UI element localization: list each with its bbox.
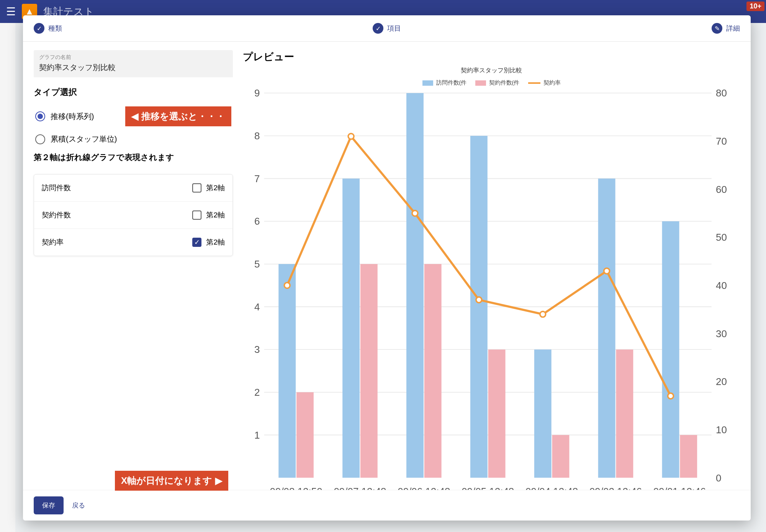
svg-text:09/04 12:48: 09/04 12:48 bbox=[525, 486, 578, 490]
graph-name-field[interactable]: グラフの名前 契約率スタッフ別比較 bbox=[34, 50, 233, 77]
svg-text:1: 1 bbox=[254, 429, 260, 441]
check-icon: ✓ bbox=[34, 23, 44, 34]
radio-label: 推移(時系列) bbox=[51, 111, 94, 122]
svg-text:10: 10 bbox=[716, 424, 727, 436]
sidebar-stub bbox=[0, 23, 15, 532]
legend-label: 契約率 bbox=[543, 79, 561, 86]
wizard-step-label: 種類 bbox=[48, 24, 62, 33]
radio-icon bbox=[35, 111, 45, 121]
svg-text:09/07 12:48: 09/07 12:48 bbox=[334, 486, 386, 490]
svg-text:09/06 12:48: 09/06 12:48 bbox=[398, 486, 450, 490]
svg-text:5: 5 bbox=[254, 258, 260, 270]
svg-text:60: 60 bbox=[716, 184, 727, 195]
svg-rect-27 bbox=[278, 264, 296, 478]
svg-text:0: 0 bbox=[716, 472, 721, 483]
svg-text:8: 8 bbox=[254, 130, 260, 142]
checkbox-icon: ✓ bbox=[192, 238, 201, 247]
svg-text:70: 70 bbox=[716, 135, 727, 147]
legend-swatch-visits bbox=[422, 80, 433, 86]
save-button[interactable]: 保存 bbox=[34, 496, 64, 514]
svg-text:30: 30 bbox=[716, 328, 727, 339]
checkbox-icon bbox=[192, 211, 201, 220]
wizard-step-type[interactable]: ✓ 種類 bbox=[34, 23, 62, 34]
metric-row-rate: 契約率 ✓ 第2軸 bbox=[34, 229, 232, 256]
svg-text:2: 2 bbox=[254, 387, 260, 398]
axis2-checkbox-rate[interactable]: ✓ 第2軸 bbox=[192, 237, 225, 247]
axis2-label: 第2軸 bbox=[206, 210, 225, 220]
svg-rect-42 bbox=[598, 179, 615, 478]
svg-point-54 bbox=[668, 393, 674, 399]
svg-rect-39 bbox=[534, 349, 552, 478]
check-icon: ✓ bbox=[373, 23, 383, 34]
radio-trend[interactable]: 推移(時系列) 推移を選ぶと・・・ bbox=[34, 103, 233, 130]
svg-text:9: 9 bbox=[254, 89, 260, 99]
svg-text:6: 6 bbox=[254, 215, 260, 227]
svg-point-48 bbox=[284, 282, 290, 288]
svg-rect-36 bbox=[470, 136, 488, 478]
svg-rect-43 bbox=[616, 349, 633, 478]
svg-point-51 bbox=[476, 297, 482, 303]
radio-icon bbox=[35, 134, 45, 144]
wizard-step-items[interactable]: ✓ 項目 bbox=[373, 23, 401, 34]
radio-label: 累積(スタッフ単位) bbox=[51, 134, 117, 144]
legend-label: 契約件数(件 bbox=[489, 79, 520, 86]
axis2-label: 第2軸 bbox=[206, 237, 225, 247]
svg-text:09/08 12:50: 09/08 12:50 bbox=[270, 486, 322, 490]
callout-trend: 推移を選ぶと・・・ bbox=[125, 106, 231, 126]
menu-icon[interactable]: ☰ bbox=[6, 5, 16, 18]
graph-name-label: グラフの名前 bbox=[39, 54, 228, 61]
radio-cumulative[interactable]: 累積(スタッフ単位) bbox=[34, 130, 233, 148]
svg-text:20: 20 bbox=[716, 376, 727, 387]
svg-rect-40 bbox=[552, 435, 570, 478]
axis2-heading: 第２軸は折れ線グラフで表現されます bbox=[34, 152, 233, 163]
notification-badge[interactable]: 10+ bbox=[746, 2, 764, 11]
edit-icon: ✎ bbox=[712, 23, 722, 34]
svg-point-53 bbox=[604, 268, 610, 274]
type-select-heading: タイプ選択 bbox=[34, 86, 233, 98]
wizard-step-label: 詳細 bbox=[726, 24, 740, 33]
svg-rect-28 bbox=[296, 392, 314, 478]
svg-text:50: 50 bbox=[716, 232, 727, 243]
wizard-step-label: 項目 bbox=[387, 24, 401, 33]
axis2-checkbox-visits[interactable]: 第2軸 bbox=[192, 183, 225, 193]
svg-text:80: 80 bbox=[716, 89, 727, 99]
svg-rect-34 bbox=[424, 264, 442, 478]
svg-text:09/05 12:48: 09/05 12:48 bbox=[462, 486, 514, 490]
axis2-label: 第2軸 bbox=[206, 183, 225, 193]
svg-point-49 bbox=[348, 134, 354, 139]
callout-xaxis: X軸が日付になります bbox=[115, 471, 228, 491]
svg-rect-45 bbox=[662, 221, 679, 478]
metric-list: 訪問件数 第2軸 契約件数 第2軸 契約率 ✓ bbox=[34, 174, 233, 256]
legend-swatch-contracts bbox=[475, 80, 486, 86]
svg-point-50 bbox=[412, 211, 418, 216]
graph-name-value: 契約率スタッフ別比較 bbox=[39, 62, 228, 73]
svg-point-52 bbox=[540, 312, 546, 317]
svg-text:40: 40 bbox=[716, 280, 727, 291]
wizard-steps: ✓ 種類 ✓ 項目 ✎ 詳細 bbox=[23, 15, 751, 42]
metric-row-contracts: 契約件数 第2軸 bbox=[34, 202, 232, 229]
metric-row-visits: 訪問件数 第2軸 bbox=[34, 175, 232, 202]
axis2-checkbox-contracts[interactable]: 第2軸 bbox=[192, 210, 225, 220]
metric-label: 契約率 bbox=[42, 237, 64, 247]
preview-heading: プレビュー bbox=[243, 50, 740, 64]
metric-label: 訪問件数 bbox=[42, 183, 71, 193]
legend-label: 訪問件数(件 bbox=[436, 79, 467, 86]
svg-text:3: 3 bbox=[254, 344, 260, 355]
chart-editor-modal: ✓ 種類 ✓ 項目 ✎ 詳細 グラフの名前 契約率スタッフ別比較 タイプ選択 推… bbox=[23, 15, 751, 521]
svg-rect-46 bbox=[680, 435, 697, 478]
legend-swatch-rate bbox=[528, 82, 540, 84]
svg-text:4: 4 bbox=[254, 301, 260, 313]
chart-title: 契約率スタッフ別比較 bbox=[243, 67, 740, 75]
modal-footer: 保存 戻る bbox=[23, 490, 751, 521]
svg-text:09/01 12:46: 09/01 12:46 bbox=[653, 486, 706, 490]
back-button[interactable]: 戻る bbox=[72, 501, 85, 510]
chart-legend: 訪問件数(件 契約件数(件 契約率 bbox=[243, 79, 740, 86]
svg-rect-33 bbox=[406, 93, 424, 478]
checkbox-icon bbox=[192, 183, 201, 193]
wizard-step-details[interactable]: ✎ 詳細 bbox=[712, 23, 740, 34]
metric-label: 契約件数 bbox=[42, 210, 71, 220]
chart-canvas: 1234567890102030405060708009/08 12:5009/… bbox=[243, 89, 740, 490]
svg-text:7: 7 bbox=[254, 173, 260, 184]
svg-rect-37 bbox=[488, 349, 506, 478]
svg-text:09/02 12:46: 09/02 12:46 bbox=[589, 486, 642, 490]
